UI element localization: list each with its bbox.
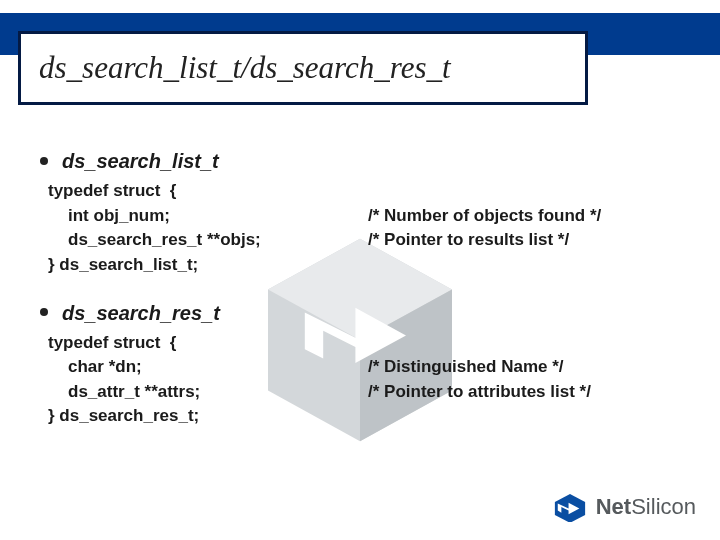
code-comment: /* Number of objects found */ (368, 204, 680, 229)
code-left: char *dn; (40, 355, 368, 380)
logo-brand-2: Silicon (631, 494, 696, 519)
code-line: ds_search_res_t **objs; /* Pointer to re… (40, 228, 680, 253)
slide-title: ds_search_list_t/ds_search_res_t (39, 50, 451, 86)
code-comment (348, 331, 680, 356)
netsilicon-logo-icon (552, 492, 588, 522)
spacer (40, 278, 680, 292)
bullet-icon (40, 308, 48, 316)
code-line: } ds_search_list_t; (40, 253, 680, 278)
logo-brand-1: Net (596, 494, 631, 519)
code-comment: /* Distinguished Name */ (368, 355, 680, 380)
code-left: int obj_num; (40, 204, 368, 229)
section-heading-text: ds_search_res_t (62, 302, 220, 324)
code-left: typedef struct { (40, 331, 348, 356)
section-heading: ds_search_list_t (40, 150, 680, 173)
code-line: typedef struct { (40, 179, 680, 204)
title-box: ds_search_list_t/ds_search_res_t (18, 31, 588, 105)
code-comment (348, 253, 680, 278)
code-left: ds_attr_t **attrs; (40, 380, 368, 405)
code-comment: /* Pointer to results list */ (368, 228, 680, 253)
content-area: ds_search_list_t typedef struct { int ob… (40, 140, 680, 429)
section-heading-text: ds_search_list_t (62, 150, 219, 172)
code-line: typedef struct { (40, 331, 680, 356)
code-left: typedef struct { (40, 179, 348, 204)
code-line: } ds_search_res_t; (40, 404, 680, 429)
bullet-icon (40, 157, 48, 165)
code-comment: /* Pointer to attributes list */ (368, 380, 680, 405)
code-left: } ds_search_list_t; (40, 253, 348, 278)
code-line: ds_attr_t **attrs; /* Pointer to attribu… (40, 380, 680, 405)
footer-logo: NetSilicon (552, 492, 696, 522)
code-left: ds_search_res_t **objs; (40, 228, 368, 253)
code-line: int obj_num; /* Number of objects found … (40, 204, 680, 229)
section-heading: ds_search_res_t (40, 302, 680, 325)
code-comment (348, 404, 680, 429)
code-comment (348, 179, 680, 204)
logo-text: NetSilicon (596, 494, 696, 520)
code-left: } ds_search_res_t; (40, 404, 348, 429)
code-line: char *dn; /* Distinguished Name */ (40, 355, 680, 380)
